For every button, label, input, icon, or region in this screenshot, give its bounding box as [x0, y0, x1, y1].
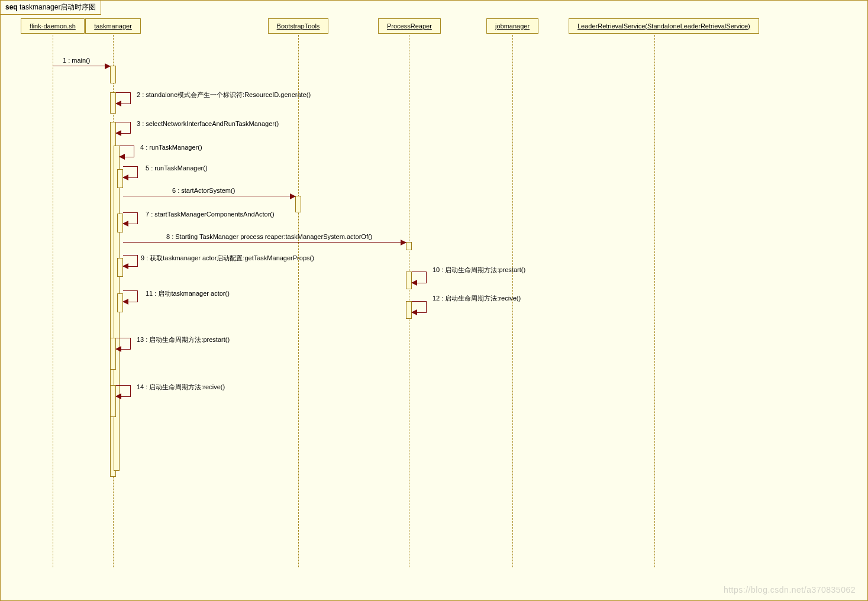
lifeline: [654, 35, 655, 567]
message-label: 9 : 获取taskmanager actor启动配置:getTaskManag…: [141, 254, 314, 263]
title-keyword: seq: [5, 3, 18, 11]
arrow-head-icon: [115, 346, 121, 352]
participant-bootstraptools: BootstrapTools: [267, 18, 330, 34]
arrow-head-icon: [122, 299, 128, 305]
arrow-head-icon: [411, 309, 417, 315]
message-label: 10 : 启动生命周期方法:prestart(): [433, 266, 525, 274]
lifeline: [53, 35, 53, 567]
title-text: taskmanager启动时序图: [18, 3, 96, 11]
self-message: [116, 385, 131, 397]
participant-flink-daemon: flink-daemon.sh: [21, 18, 85, 34]
self-message: [412, 301, 427, 313]
message-label: 12 : 启动生命周期方法:recive(): [433, 294, 521, 303]
self-message: [116, 122, 131, 134]
message-label: 8 : Starting TaskManager process reaper:…: [166, 233, 372, 240]
arrow-head-icon: [115, 101, 121, 106]
message-label: 7 : startTaskManagerComponentsAndActor(): [146, 211, 275, 218]
message-arrow: [123, 242, 406, 243]
message-label: 1 : main(): [63, 57, 90, 64]
message-label: 6 : startActorSystem(): [172, 187, 235, 194]
activation-bar: [406, 242, 412, 250]
participant-head: taskmanager: [85, 18, 141, 34]
participant-head: LeaderRetrievalService(StandaloneLeaderR…: [569, 18, 759, 34]
self-message: [412, 272, 427, 283]
arrow-head-icon: [105, 63, 111, 69]
message-label: 5 : runTaskManager(): [146, 164, 208, 172]
arrow-head-icon: [401, 240, 406, 245]
sequence-diagram-frame: seq taskmanager启动时序图 flink-daemon.sh tas…: [0, 0, 868, 601]
message-label: 11 : 启动taskmanager actor(): [146, 289, 230, 298]
self-message: [120, 146, 134, 157]
arrow-head-icon: [290, 193, 296, 199]
message-label: 2 : standalone模式会产生一个标识符:ResourceID.gene…: [137, 91, 311, 99]
diagram-body: flink-daemon.sh taskmanager BootstrapToo…: [1, 18, 867, 600]
arrow-head-icon: [122, 175, 128, 180]
participant-leaderretrievalservice: LeaderRetrievalService(StandaloneLeaderR…: [569, 18, 740, 34]
arrow-head-icon: [115, 393, 121, 399]
arrow-head-icon: [411, 280, 417, 286]
arrow-head-icon: [122, 221, 128, 227]
arrow-head-icon: [119, 154, 125, 160]
message-label: 4 : runTaskManager(): [140, 144, 202, 151]
arrow-head-icon: [122, 263, 128, 269]
participant-head: ProcessReaper: [378, 18, 441, 34]
lifeline: [298, 35, 299, 567]
message-arrow: [53, 66, 110, 66]
participant-head: jobmanager: [486, 18, 538, 34]
self-message: [123, 166, 138, 178]
participant-head: BootstrapTools: [268, 18, 329, 34]
activation-bar: [110, 66, 116, 83]
message-label: 3 : selectNetworkInterfaceAndRunTaskMana…: [137, 120, 279, 127]
self-message: [116, 92, 131, 104]
message-label: 13 : 启动生命周期方法:prestart(): [137, 335, 230, 344]
watermark-text: https://blog.csdn.net/a370835062: [724, 585, 856, 594]
arrow-head-icon: [115, 130, 121, 136]
activation-bar: [110, 385, 116, 417]
participant-head: flink-daemon.sh: [21, 18, 85, 34]
self-message: [123, 212, 138, 224]
participant-taskmanager: taskmanager: [83, 18, 143, 34]
self-message: [123, 290, 138, 302]
participant-processreaper: ProcessReaper: [378, 18, 440, 34]
activation-bar: [295, 196, 301, 212]
diagram-title-tab: seq taskmanager启动时序图: [1, 1, 101, 15]
participant-jobmanager: jobmanager: [486, 18, 539, 34]
activation-bar: [110, 338, 116, 370]
message-label: 14 : 启动生命周期方法:recive(): [137, 383, 225, 392]
self-message: [116, 338, 131, 350]
message-arrow: [123, 196, 295, 196]
self-message: [123, 255, 138, 267]
